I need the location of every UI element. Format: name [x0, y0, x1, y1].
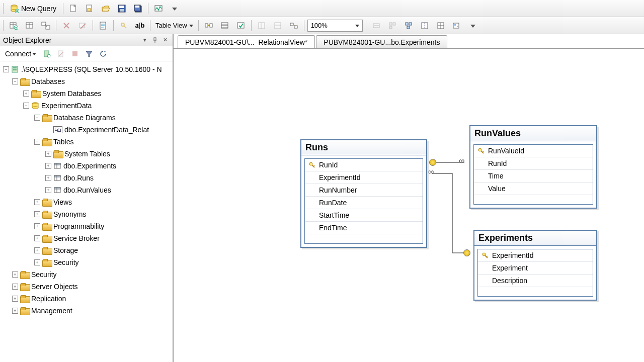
manage-indexes-button[interactable] [218, 19, 232, 33]
svg-line-39 [124, 26, 126, 28]
svg-rect-51 [275, 23, 281, 29]
save-all-button[interactable] [131, 2, 145, 16]
new-query-button[interactable]: New Query [7, 2, 60, 16]
generate-script-button[interactable] [96, 19, 110, 33]
save-button[interactable] [115, 2, 129, 16]
arrange-button[interactable] [385, 19, 399, 33]
svg-rect-15 [135, 6, 139, 8]
new-project-button[interactable] [83, 2, 97, 16]
svg-rect-72 [457, 26, 458, 27]
svg-marker-40 [189, 25, 193, 27]
add-related-button[interactable] [39, 19, 53, 33]
recalculate-button[interactable] [434, 19, 448, 33]
database-plus-icon [10, 4, 19, 13]
svg-rect-12 [120, 9, 124, 12]
svg-marker-73 [470, 25, 475, 28]
open-button[interactable] [99, 2, 113, 16]
diagram-toolbar: a|b Table View 100% [0, 17, 644, 34]
svg-rect-11 [119, 6, 124, 8]
delete-button[interactable] [59, 19, 73, 33]
copy-diagram-button[interactable] [450, 19, 464, 33]
show-columns-button[interactable] [255, 19, 269, 33]
svg-rect-63 [409, 23, 412, 25]
new-file-button[interactable] [66, 2, 80, 16]
svg-rect-62 [406, 23, 408, 25]
svg-marker-17 [172, 8, 177, 11]
svg-rect-41 [205, 24, 208, 27]
check-constraints-button[interactable] [234, 19, 248, 33]
svg-rect-9 [88, 9, 91, 11]
remove-button[interactable] [75, 19, 90, 33]
overflow-button[interactable] [168, 2, 182, 16]
svg-rect-49 [259, 23, 265, 29]
toolbar-overflow-button[interactable] [466, 19, 480, 33]
svg-rect-27 [42, 22, 46, 26]
zoom-combobox[interactable]: 100% [307, 20, 363, 32]
new-table-button[interactable] [7, 19, 21, 33]
show-keys-button[interactable] [287, 19, 301, 33]
new-query-label: New Query [21, 5, 56, 13]
set-primary-key-button[interactable] [117, 19, 131, 33]
svg-rect-61 [389, 26, 392, 29]
zoom-value: 100% [311, 22, 328, 29]
svg-rect-60 [393, 23, 395, 25]
autosize-button[interactable] [369, 19, 383, 33]
svg-marker-56 [355, 25, 359, 27]
page-breaks-button[interactable] [418, 19, 432, 33]
text-annotation-button[interactable]: a|b [133, 19, 147, 33]
table-view-dropdown[interactable]: Table View [153, 22, 195, 29]
arrange-selection-button[interactable] [401, 19, 416, 33]
relationships-button[interactable] [202, 19, 216, 33]
svg-rect-59 [389, 23, 392, 25]
show-names-button[interactable] [271, 19, 285, 33]
main-toolbar: New Query [0, 0, 644, 17]
activity-monitor-button[interactable] [151, 2, 166, 16]
svg-rect-53 [290, 23, 293, 26]
svg-rect-64 [407, 26, 410, 29]
add-table-button[interactable] [23, 19, 37, 33]
svg-rect-42 [210, 24, 212, 27]
svg-rect-71 [454, 24, 456, 26]
